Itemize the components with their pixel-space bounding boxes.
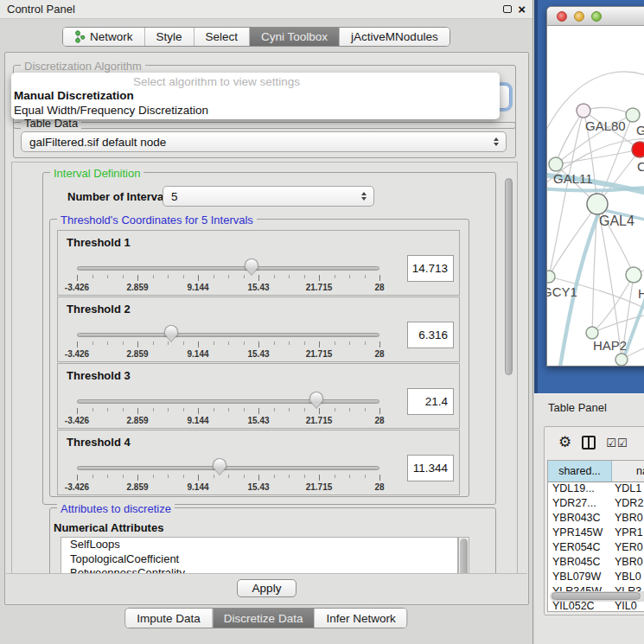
table-cell[interactable]: YER0 [612, 541, 644, 556]
tab-network[interactable]: Network [63, 28, 145, 46]
attribute-item[interactable]: TopologicalCoefficient [61, 552, 457, 567]
table-row[interactable]: YDL19...YDL1 [548, 482, 644, 497]
network-node[interactable] [626, 267, 641, 283]
slider-thumb[interactable] [164, 325, 178, 336]
table-row[interactable]: YBR045CYBR0 [548, 556, 644, 571]
slider-thumb[interactable] [213, 458, 226, 469]
table-row[interactable]: YBR043CYBR0 [548, 512, 644, 526]
zoom-window-icon[interactable] [591, 11, 602, 22]
tab-impute-data[interactable]: Impute Data [125, 609, 213, 628]
table-cell[interactable]: YDL1 [612, 482, 644, 497]
slider-thumb[interactable] [245, 258, 258, 270]
panel-scrollbar[interactable] [503, 164, 514, 572]
network-node-label: HAP2 [593, 338, 627, 353]
table-cell[interactable]: YBL0 [612, 571, 644, 585]
slider-track[interactable] [77, 399, 379, 404]
tab-infer-network[interactable]: Infer Network [315, 609, 406, 628]
tick-label: 28 [374, 283, 384, 292]
table-panel-titlebar: Table Panel [534, 393, 644, 422]
table-cell[interactable]: YIL052C [548, 600, 612, 612]
network-node[interactable] [547, 271, 555, 283]
table-cell[interactable]: YDR27... [548, 497, 612, 512]
tick-label: -3.426 [65, 349, 89, 359]
network-node[interactable] [577, 104, 590, 118]
table-cell[interactable]: YBL079W [548, 571, 612, 585]
cyni-toolbox-panel: Discretization Algorithm Select algorith… [4, 52, 529, 605]
network-node[interactable] [626, 108, 640, 122]
dropdown-option-equal-width[interactable]: Equal Width/Frequency Discretization [11, 103, 500, 118]
slider-track[interactable] [77, 333, 379, 337]
table-cell[interactable]: YPR1 [612, 526, 644, 541]
table-hscrollbar[interactable] [550, 591, 644, 602]
network-node[interactable] [632, 142, 644, 157]
table-row[interactable]: YIL052CYIL0 [548, 600, 644, 612]
tick-label: -3.426 [65, 416, 89, 425]
bottom-tabbar: Impute Data Discretize Data Infer Networ… [124, 608, 407, 628]
tab-label: Cyni Toolbox [261, 30, 328, 43]
slider-ticks [77, 341, 379, 348]
scrollbar-thumb[interactable] [460, 539, 468, 575]
numerical-attributes-list[interactable]: SelfLoopsTopologicalCoefficientBetweenne… [61, 537, 458, 575]
apply-button[interactable]: Apply [237, 579, 297, 597]
attribute-item[interactable]: SelfLoops [61, 538, 457, 552]
table-cell[interactable]: YPR145W [548, 526, 612, 541]
table-cell[interactable]: YBR0 [612, 512, 644, 526]
threshold-1-slider[interactable]: -3.4262.8599.14415.4321.71528 [77, 264, 379, 293]
table-row[interactable]: YDR27...YDR2 [548, 497, 644, 512]
network-node[interactable] [586, 327, 598, 339]
table-row[interactable]: YER054CYER0 [548, 541, 644, 556]
table-cell[interactable]: YDR2 [612, 497, 644, 512]
threshold-4-value-field[interactable]: 11.344 [407, 455, 454, 481]
table-cell[interactable]: YBR043C [548, 512, 612, 526]
table-cell[interactable]: YBR0 [612, 556, 644, 571]
table-cell[interactable]: YER054C [548, 541, 612, 556]
column-header-shared-name[interactable]: shared... [548, 461, 612, 482]
tick-label: 21.715 [306, 283, 333, 292]
tick-label: 9.144 [187, 482, 208, 492]
threshold-2-value-field[interactable]: 6.316 [407, 322, 454, 348]
tick-label: 2.859 [126, 349, 148, 359]
table-row[interactable]: YPR145WYPR1 [548, 526, 644, 541]
table-cell[interactable]: YIL0 [612, 600, 644, 612]
float-panel-icon[interactable] [503, 5, 512, 13]
network-canvas[interactable]: GAL80GACGAL11GAL4GCY1HHAP2 [547, 26, 644, 366]
tab-discretize-data[interactable]: Discretize Data [213, 609, 316, 628]
threshold-3-slider[interactable]: -3.4262.8599.14415.4321.71528 [77, 397, 379, 426]
column-header-name[interactable]: na [612, 461, 644, 482]
slider-track[interactable] [77, 466, 379, 470]
threshold-3-value-field[interactable]: 21.4 [407, 388, 454, 415]
table-data-combo[interactable]: galFiltered.sif default node [21, 131, 507, 152]
slider-track[interactable] [77, 266, 379, 271]
number-of-intervals-combo[interactable]: 5 [163, 186, 374, 207]
table-cell[interactable]: YDL19... [548, 482, 612, 497]
tab-style[interactable]: Style [145, 28, 194, 46]
tab-label: Impute Data [137, 612, 201, 625]
minimize-window-icon[interactable] [574, 11, 584, 22]
network-node[interactable] [549, 157, 563, 171]
tab-cyni-toolbox[interactable]: Cyni Toolbox [250, 28, 340, 46]
scrollbar-thumb[interactable] [552, 592, 641, 600]
tab-jactivemnodules[interactable]: jActiveMNodules [340, 28, 450, 46]
select-all-checkbox-icons[interactable]: ☑☑ [606, 437, 628, 450]
slider-thumb[interactable] [309, 392, 323, 403]
threshold-2-slider[interactable]: -3.4262.8599.14415.4321.71528 [77, 330, 379, 360]
threshold-4-slider[interactable]: -3.4262.8599.14415.4321.71528 [77, 463, 379, 493]
table-cell[interactable]: YBR045C [548, 556, 612, 571]
tick-label: 2.859 [126, 482, 148, 492]
dropdown-option-manual[interactable]: Manual Discretization [11, 88, 500, 103]
tick-label: -3.426 [65, 283, 89, 292]
table-row[interactable]: YBL079WYBL0 [548, 571, 644, 585]
close-window-icon[interactable] [557, 11, 567, 22]
network-node[interactable] [587, 194, 608, 214]
slider-ticks [77, 408, 379, 415]
close-panel-icon[interactable]: × [518, 3, 526, 15]
attributes-scrollbar[interactable] [458, 537, 469, 575]
column-selector-icon[interactable] [582, 436, 596, 450]
scrollbar-thumb[interactable] [505, 178, 513, 375]
gear-icon[interactable]: ⚙ [558, 434, 571, 451]
threshold-3-box: Threshold 3 -3.4262.8599.14415.4321.7152… [57, 363, 460, 429]
network-node[interactable] [615, 354, 628, 366]
tab-label: Style [156, 30, 182, 43]
threshold-1-value-field[interactable]: 14.713 [407, 255, 454, 282]
tab-select[interactable]: Select [194, 28, 251, 46]
